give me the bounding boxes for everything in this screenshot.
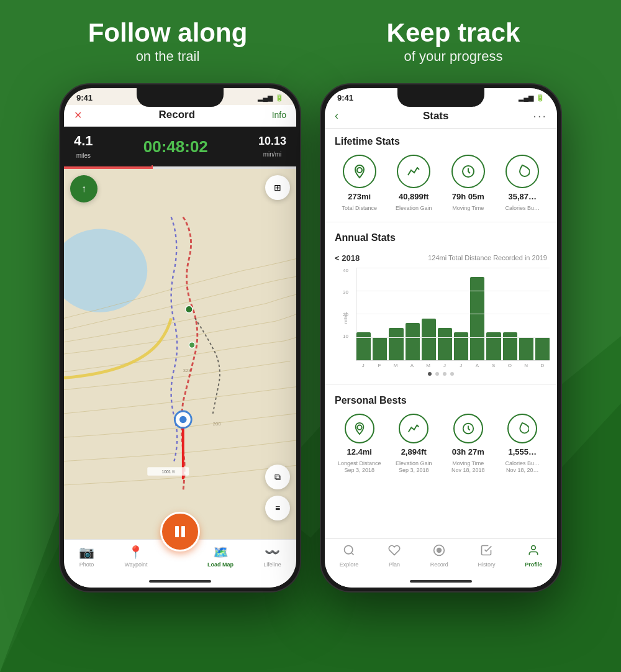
pb-calories-value: 1,555… [508,447,537,456]
home-bar-2 [410,580,472,583]
personal-bests-row: 12.4mi Longest DistanceSep 3, 2018 2,894… [325,411,557,481]
y-label-40: 40 [343,268,351,273]
chart-year[interactable]: < 2018 [335,253,360,263]
annual-stats-section: Annual Stats < 2018 124mi Total Distance… [325,225,557,382]
history-label: History [478,561,495,568]
stack-button[interactable]: ≡ [265,496,290,520]
right-main-title: Keep track [310,19,596,47]
tab-history[interactable]: History [478,544,495,568]
map-area[interactable]: 328 200 [64,169,296,539]
signal-icon-2: ▂▄▆ [519,94,533,102]
personal-bests-header: Personal Bests [325,388,557,411]
svg-point-9 [179,416,187,424]
svg-point-14 [357,425,361,429]
calories-circle [505,155,539,188]
compass-button[interactable]: ↑ [70,175,97,202]
pb-calories: 1,555… Calories Bu…Nov 18, 20… [501,414,544,474]
pb-elevation-value: 2,894ft [401,447,427,456]
bar-11 [535,337,550,360]
back-icon[interactable]: ‹ [335,109,338,122]
left-sub-title: on the trail [25,48,310,65]
info-button[interactable]: Info [272,110,286,120]
overlay-button[interactable]: ⊞ [265,175,290,200]
tab-photo[interactable]: 📷 Photo [79,545,94,568]
chart-bars [356,268,550,361]
stats-nav: ‹ Stats ··· [325,105,557,129]
tab-waypoint[interactable]: 📍 Waypoint [124,545,147,568]
left-main-title: Follow along [25,19,310,47]
notch-1 [137,88,224,107]
home-bar-1 [149,580,211,583]
record-tab-label: Record [430,561,448,568]
tab-explore[interactable]: Explore [340,544,359,568]
bar-chart: 40 30 20 10 miles [325,268,557,368]
divider-1 [325,222,557,222]
left-header: Follow along on the trail [25,19,310,65]
pace-value: 10.13 [258,135,286,148]
battery-icon-2: 🔋 [536,94,545,102]
x-label-A: A [470,363,484,368]
lifetime-calories-label: Calories Bu… [505,205,540,212]
svg-point-7 [189,342,195,348]
lifetime-time-value: 79h 05m [452,192,484,201]
pb-calories-circle [507,414,537,443]
bar-2 [389,328,403,360]
x-label-A: A [405,363,419,368]
x-label-J: J [437,363,451,368]
x-label-O: O [502,363,517,368]
svg-point-12 [357,168,362,173]
chart-header: < 2018 124mi Total Distance Recorded in … [325,248,557,268]
right-sub-title: of your progress [310,48,596,65]
x-label-F: F [372,363,386,368]
layers-button[interactable]: ⧉ [265,465,290,489]
dot-4 [450,372,454,376]
tab-record[interactable]: Record [430,544,448,568]
pb-elevation-label: Elevation GainSep 3, 2018 [396,460,432,474]
record-title: Record [159,109,196,121]
divider-2 [325,384,557,385]
battery-icon: 🔋 [275,94,284,102]
svg-point-19 [437,548,442,553]
tab-profile[interactable]: Profile [525,544,542,568]
pb-time-label: Moving TimeNov 18, 2018 [451,460,485,474]
lifeline-icon: 〰️ [265,545,280,560]
svg-text:1001 ft: 1001 ft [162,470,175,474]
lifeline-label: Lifeline [263,561,281,568]
x-label-M: M [421,363,435,368]
tab-load-map[interactable]: 🗺️ Load Map [207,545,233,568]
close-icon[interactable]: ✕ [74,109,82,121]
lifetime-elevation-label: Elevation Gain [396,205,432,212]
x-label-N: N [519,363,533,368]
waypoint-label: Waypoint [124,561,147,568]
more-button[interactable]: ··· [533,109,547,123]
pause-button[interactable] [160,512,200,552]
svg-point-6 [186,306,193,314]
history-icon [480,544,492,560]
photo-icon: 📷 [79,545,94,560]
pb-time-circle [453,414,483,443]
tab-lifeline[interactable]: 〰️ Lifeline [263,545,281,568]
lifetime-distance-value: 273mi [348,192,371,201]
status-time-1: 9:41 [76,93,93,102]
tab-plan[interactable]: Plan [388,544,401,568]
explore-label: Explore [340,561,359,568]
svg-point-20 [532,546,536,550]
stats-tab-bar: Explore Plan [325,538,557,575]
x-label-J: J [356,363,370,368]
time-value: 00:48:02 [143,137,208,157]
notch-2 [397,88,484,107]
plan-icon [388,544,401,560]
phone-record: 9:41 ▂▄▆ 🔋 ✕ Record Info [59,83,301,593]
record-button-container [160,512,200,552]
x-label-J: J [454,363,468,368]
dot-3 [443,372,446,376]
bar-10 [519,337,533,360]
load-map-icon: 🗺️ [213,545,229,560]
stats-title: Stats [423,110,449,122]
load-map-label: Load Map [207,561,233,568]
dot-1 [428,372,432,376]
pb-distance-circle [345,414,374,443]
lifetime-stats-header: Lifetime Stats [325,129,557,152]
distance-stat: 4.1 miles [74,133,93,160]
pb-calories-label: Calories Bu…Nov 18, 20… [505,460,540,474]
